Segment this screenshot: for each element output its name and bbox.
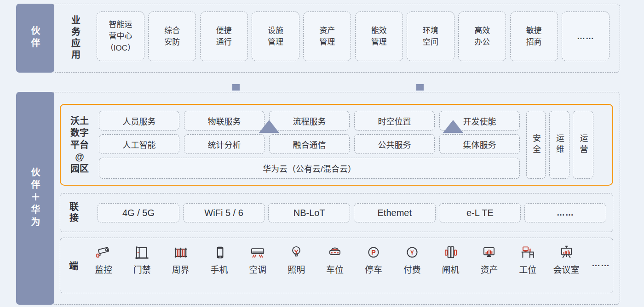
light-bulb-icon bbox=[287, 244, 305, 261]
ops-box-maintenance: 运维 bbox=[549, 111, 569, 179]
app-box-investment: 敏捷 招商 bbox=[510, 11, 558, 61]
connect-box-ethernet: Ethemet bbox=[354, 203, 436, 222]
device-item: 会议室 bbox=[553, 244, 580, 275]
devices-row-label: 端 bbox=[62, 238, 86, 293]
huawei-cloud-box: 华为云（公有云/混合云） bbox=[99, 158, 520, 179]
connect-box-more: …… bbox=[524, 203, 606, 222]
app-box-energy: 能效 管理 bbox=[355, 11, 403, 61]
connect-box-nbiot: NB-LoT bbox=[268, 203, 350, 222]
app-box-ioc: 智能运 营中心 （IOC） bbox=[97, 11, 144, 61]
car-icon bbox=[326, 244, 344, 261]
app-box-asset: 资产 管理 bbox=[303, 11, 351, 61]
device-item: 闸机 bbox=[437, 244, 464, 275]
device-item: 照明 bbox=[283, 244, 310, 275]
cctv-camera-icon bbox=[94, 244, 113, 261]
connect-box-4g5g: 4G / 5G bbox=[98, 203, 179, 222]
sidebar-partner-huawei-label: 伙伴＋华为 bbox=[29, 167, 42, 229]
app-box-environment: 环境 空间 bbox=[407, 11, 454, 61]
sidebar-partner-label: 伙伴 bbox=[29, 26, 42, 51]
service-box-communication: 融合通信 bbox=[269, 134, 350, 154]
connect-row: 4G / 5G WiFi 5 / 6 NB-LoT Ethemet e-L TE… bbox=[98, 203, 606, 222]
app-box-security: 综合 安防 bbox=[148, 11, 196, 61]
asset-monitor-icon bbox=[480, 244, 498, 261]
turnstile-icon bbox=[442, 244, 460, 261]
device-item: 车位 bbox=[322, 244, 348, 275]
up-arrow-icon bbox=[443, 120, 463, 133]
platform-services-row-2: 人工智能 统计分析 融合通信 公共服务 集体服务 bbox=[99, 134, 520, 154]
sidebar-partner: 伙伴 bbox=[16, 4, 54, 73]
sidebar-partner-huawei: 伙伴＋华为 bbox=[16, 92, 54, 305]
device-item: 空调 bbox=[244, 244, 271, 275]
service-box-personnel: 人员服务 bbox=[99, 111, 179, 131]
app-box-access: 便捷 通行 bbox=[200, 11, 248, 61]
connect-row-label: 联接 bbox=[62, 193, 86, 232]
yen-symbol: ¥ bbox=[410, 249, 414, 256]
service-box-statistics: 统计分析 bbox=[184, 134, 264, 154]
parking-letter: P bbox=[371, 249, 376, 256]
devices-more-dots: …… bbox=[592, 244, 610, 275]
app-box-facility: 设施 管理 bbox=[252, 11, 299, 61]
app-box-office: 高效 办公 bbox=[458, 11, 506, 61]
device-item: 门禁 bbox=[129, 244, 155, 275]
device-item: 周界 bbox=[167, 244, 194, 275]
air-conditioner-icon bbox=[248, 244, 267, 261]
parking-icon: P bbox=[364, 244, 383, 261]
ops-box-operation: 运营 bbox=[573, 111, 593, 179]
platform-frame: 人员服务 物联服务 流程服务 时空位置 开发使能 人工智能 统计分析 融合通信 … bbox=[60, 104, 613, 186]
service-box-collective: 集体服务 bbox=[439, 134, 520, 154]
payment-icon: ¥ bbox=[403, 244, 421, 261]
service-box-spacetime: 时空位置 bbox=[354, 111, 435, 131]
service-box-process: 流程服务 bbox=[269, 111, 350, 131]
device-item: 工位 bbox=[514, 244, 541, 275]
mobile-phone-icon bbox=[210, 244, 229, 261]
business-apps-row-label: 业务应用 bbox=[64, 4, 86, 73]
service-box-ai: 人工智能 bbox=[99, 134, 179, 154]
device-item: ¥ 付费 bbox=[399, 244, 426, 275]
connect-box-wifi: WiFi 5 / 6 bbox=[183, 203, 265, 222]
workstation-icon bbox=[518, 244, 537, 261]
up-arrow-icon bbox=[259, 120, 279, 133]
service-box-public: 公共服务 bbox=[354, 134, 435, 154]
device-item: 资产 bbox=[476, 244, 502, 275]
device-item: 手机 bbox=[206, 244, 233, 275]
connector-square bbox=[416, 84, 424, 91]
connect-box-elte: e-L TE bbox=[439, 203, 521, 222]
ops-box-security: 安全 bbox=[526, 111, 546, 179]
business-apps-row: 智能运 营中心 （IOC） 综合 安防 便捷 通行 设施 管理 资产 管理 能效… bbox=[97, 11, 610, 61]
meeting-room-icon bbox=[557, 244, 575, 261]
device-item: 监控 bbox=[90, 244, 117, 275]
device-item: P 停车 bbox=[360, 244, 387, 275]
door-access-icon bbox=[133, 244, 151, 261]
connector-square bbox=[232, 84, 240, 91]
service-box-iot: 物联服务 bbox=[184, 111, 264, 131]
fence-icon bbox=[172, 244, 190, 261]
platform-label: 沃土 数字 平台 @ 园区 bbox=[64, 104, 95, 186]
devices-row: 监控 门禁 周界 手机 空调 bbox=[90, 244, 610, 275]
app-box-more: …… bbox=[562, 11, 610, 61]
